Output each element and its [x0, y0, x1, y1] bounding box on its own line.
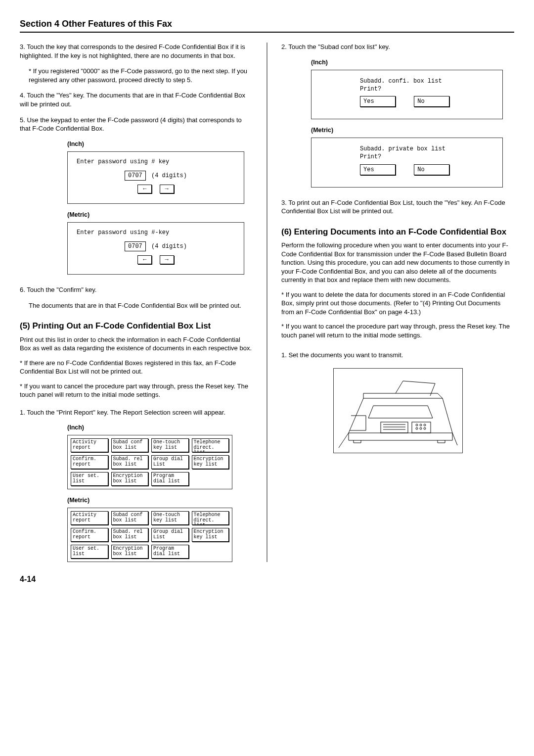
password-value: 0707	[125, 171, 146, 181]
label-inch: (Inch)	[67, 140, 253, 148]
key-activity-report[interactable]: Activityreport	[71, 511, 108, 525]
key-one-touch[interactable]: One-touchkey list	[151, 511, 189, 525]
key-encryption-box[interactable]: Encryptionbox list	[111, 545, 149, 559]
arrow-left-button[interactable]: ←	[137, 185, 152, 193]
arrow-right-button[interactable]: →	[160, 185, 174, 193]
no-button[interactable]: No	[414, 96, 449, 107]
heading-6: (6) Entering Documents into an F-Code Co…	[281, 227, 514, 237]
label-metric-r: (Metric)	[311, 126, 514, 135]
key-encryption-key[interactable]: Encryptionkey list	[192, 455, 229, 469]
svg-point-6	[420, 424, 422, 426]
password-digits-label: (4 digits)	[151, 172, 187, 179]
key-subad-conf[interactable]: Subad confbox list	[111, 511, 149, 525]
screen-print-question: Print?	[360, 153, 493, 161]
heading-5-note1: * If there are no F-Code Confidential Bo…	[20, 359, 253, 376]
screen-metric-print: Subadd. private box list Print? Yes No	[311, 138, 503, 188]
no-button[interactable]: No	[414, 164, 449, 175]
label-inch-keys: (Inch)	[67, 424, 253, 432]
screen-inch-print: Subadd. confi. box list Print? Yes No	[311, 70, 503, 120]
key-user-set[interactable]: User set.list	[71, 472, 108, 486]
svg-point-7	[424, 424, 426, 426]
label-metric-keys: (Metric)	[67, 496, 253, 505]
step-6-sub: The documents that are in that F-Code Co…	[29, 301, 253, 310]
step-5: 5. Use the keypad to enter the F-Code pa…	[20, 116, 253, 133]
svg-point-8	[416, 427, 418, 429]
step-6: 6. Touch the "Confirm" key.	[20, 285, 253, 294]
key-one-touch[interactable]: One-touchkey list	[151, 438, 189, 452]
step-3-print: 3. To print out an F-Code Confidential B…	[281, 198, 514, 216]
screen-inch-prompt: Enter password using # key	[77, 158, 235, 166]
key-grid-inch: Activityreport Subad confbox list One-to…	[67, 435, 232, 489]
step-1-set-docs: 1. Set the documents you want to transmi…	[281, 351, 514, 360]
label-metric: (Metric)	[67, 211, 253, 219]
heading-6-note2: * If you want to cancel the procedure pa…	[281, 322, 514, 339]
screen-print-question: Print?	[360, 85, 493, 93]
key-subad-conf[interactable]: Subad confbox list	[111, 438, 149, 452]
heading-5-note2: * If you want to cancel the procedure pa…	[20, 382, 253, 399]
key-activity-report[interactable]: Activityreport	[71, 438, 108, 452]
heading-5: (5) Printing Out an F-Code Confidential …	[20, 321, 253, 331]
screen-inch-print-title: Subadd. confi. box list	[360, 77, 493, 85]
key-grid-metric: Activityreport Subad confbox list One-to…	[67, 508, 232, 562]
label-inch-r: (Inch)	[311, 58, 514, 67]
page-number: 4-14	[20, 574, 514, 585]
key-program-dial[interactable]: Programdial list	[151, 472, 189, 486]
step-3: 3. Touch the key that corresponds to the…	[20, 43, 253, 60]
screen-inch-password: Enter password using # key 0707 (4 digit…	[67, 151, 244, 204]
key-subad-rel[interactable]: Subad. relbox list	[111, 455, 149, 469]
key-telephone[interactable]: Telephonedirect. list	[192, 511, 229, 525]
key-telephone[interactable]: Telephonedirect. list	[192, 438, 229, 452]
yes-button[interactable]: Yes	[360, 96, 396, 107]
svg-point-9	[420, 427, 422, 429]
arrow-right-button[interactable]: →	[160, 255, 174, 264]
arrow-left-button[interactable]: ←	[137, 255, 152, 264]
step-2-subad: 2. Touch the "Subad conf box list" key.	[281, 43, 514, 51]
screen-metric-password: Enter password using #-key 0707 (4 digit…	[67, 222, 244, 275]
fax-machine-icon	[333, 368, 463, 453]
key-encryption-box[interactable]: Encryptionbox list	[111, 472, 149, 486]
key-confirm-report[interactable]: Confirm.report	[71, 528, 108, 542]
heading-6-note1: * If you want to delete the data for doc…	[281, 290, 514, 317]
screen-metric-print-title: Subadd. private box list	[360, 145, 493, 153]
column-divider	[267, 43, 267, 562]
yes-button[interactable]: Yes	[360, 164, 396, 175]
right-column: 2. Touch the "Subad conf box list" key. …	[281, 43, 514, 562]
svg-rect-0	[381, 422, 408, 433]
key-subad-rel[interactable]: Subad. relbox list	[111, 528, 149, 542]
left-column: 3. Touch the key that corresponds to the…	[20, 43, 253, 562]
heading-6-body: Perform the following procedure when you…	[281, 241, 514, 284]
heading-5-body: Print out this list in order to check th…	[20, 335, 253, 353]
step-3-note: * If you registered "0000" as the F-Code…	[29, 67, 253, 84]
step-4: 4. Touch the "Yes" key. The documents th…	[20, 91, 253, 108]
key-encryption-key[interactable]: Encryptionkey list	[192, 528, 229, 542]
step-1-print-report: 1. Touch the "Print Report" key. The Rep…	[20, 408, 253, 417]
svg-point-5	[416, 424, 418, 426]
key-group-dial[interactable]: Group dialList	[151, 528, 189, 542]
password-value: 0707	[125, 241, 146, 251]
key-group-dial[interactable]: Group dialList	[151, 455, 189, 469]
key-empty	[192, 472, 229, 485]
password-digits-label: (4 digits)	[151, 243, 187, 250]
section-title: Section 4 Other Features of this Fax	[20, 18, 514, 33]
svg-point-10	[424, 427, 426, 429]
key-confirm-report[interactable]: Confirm.report	[71, 455, 108, 469]
key-program-dial[interactable]: Programdial list	[151, 545, 189, 559]
key-user-set[interactable]: User set.list	[71, 545, 108, 559]
key-empty	[192, 545, 229, 558]
screen-metric-prompt: Enter password using #-key	[77, 229, 235, 236]
